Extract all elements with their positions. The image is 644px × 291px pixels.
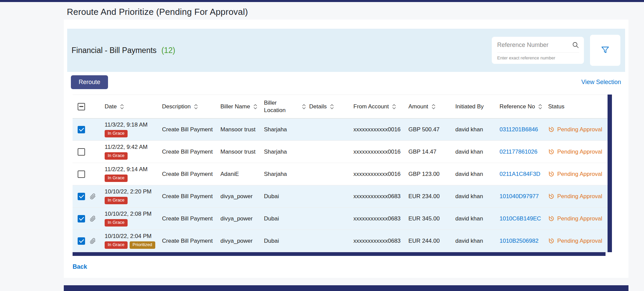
initiated-by-value: david khan — [455, 215, 500, 222]
sort-icon[interactable] — [432, 104, 435, 109]
badge-list: In Grace — [105, 175, 128, 182]
pending-clock-icon — [548, 193, 555, 200]
date-value: 11/2/22, 9:42 AM — [105, 144, 147, 151]
reference-number-link[interactable]: 1010B2506982 — [500, 238, 538, 244]
row-checkbox[interactable] — [78, 148, 85, 156]
row-checkbox[interactable] — [78, 193, 85, 200]
from-account-value: xxxxxxxxxxxx0683 — [353, 238, 408, 244]
column-header-label: Details — [309, 103, 327, 110]
description-value: Create Bill Payment — [162, 126, 220, 133]
sort-icon[interactable] — [253, 104, 257, 109]
top-brand-bar — [0, 0, 644, 2]
biller-name-value: Mansoor trust — [220, 149, 264, 155]
reference-number-link[interactable]: 0211A1C84F3D — [500, 171, 540, 177]
row-checkbox[interactable] — [78, 215, 85, 222]
pending-clock-icon — [548, 238, 555, 244]
reroute-button[interactable]: Reroute — [71, 75, 108, 89]
amount-value: EUR 234.00 — [408, 193, 455, 200]
amount-value: EUR 345.00 — [408, 215, 455, 222]
biller-location-value: Sharjaha — [264, 126, 309, 133]
table-row[interactable]: 11/2/22, 9:14 AM In Grace Create Bill Pa… — [73, 163, 608, 185]
date-value: 10/10/22, 2:20 PM — [105, 188, 152, 195]
column-header-desc[interactable]: Description — [162, 103, 220, 110]
status-value: Pending Approval — [557, 215, 602, 222]
amount-value: EUR 244.00 — [408, 238, 455, 244]
column-header-date[interactable]: Date — [105, 103, 162, 110]
badge-in-grace: In Grace — [105, 152, 128, 159]
column-header-biller[interactable]: Biller Name — [220, 103, 264, 110]
from-account-value: xxxxxxxxxxxx0683 — [353, 193, 408, 200]
initiated-by-value: david khan — [455, 238, 500, 244]
reference-number-input[interactable] — [497, 42, 569, 49]
description-value: Create Bill Payment — [162, 215, 220, 222]
biller-name-value: Mansoor trust — [220, 126, 264, 133]
table-header-row: Date Description Biller Name Biller Loca… — [73, 95, 608, 118]
from-account-value: xxxxxxxxxxxx0016 — [353, 149, 408, 155]
attachment-icon — [90, 193, 96, 200]
biller-location-value: Sharjaha — [264, 171, 309, 178]
reference-number-link[interactable]: 101040D97977 — [500, 193, 539, 200]
view-selection-link[interactable]: View Selection — [581, 79, 621, 86]
table-row[interactable]: 10/10/22, 2:04 PM In GracePrioritized Cr… — [73, 230, 608, 252]
column-header-label: Biller Name — [220, 103, 250, 110]
badge-in-grace: In Grace — [105, 130, 128, 137]
biller-location-value: Dubai — [264, 238, 309, 244]
sort-icon[interactable] — [330, 104, 334, 109]
from-account-value: xxxxxxxxxxxx0016 — [353, 126, 408, 133]
pending-clock-icon — [548, 126, 555, 133]
filter-button[interactable] — [590, 35, 620, 66]
column-header-details[interactable]: Details — [309, 103, 353, 110]
select-all-checkbox[interactable] — [78, 103, 85, 110]
initiated-by-value: david khan — [455, 126, 500, 133]
bottom-brand-bar — [64, 285, 628, 291]
date-value: 11/2/22, 9:14 AM — [105, 166, 147, 173]
initiated-by-value: david khan — [455, 171, 500, 178]
table-row[interactable]: 10/10/22, 2:20 PM In Grace Create Bill P… — [73, 185, 608, 208]
reference-number-link[interactable]: 021177861026 — [500, 149, 537, 155]
reference-number-link[interactable]: 0311201B6846 — [500, 126, 538, 133]
column-header-ref[interactable]: Reference No — [500, 103, 548, 110]
column-header-label: Initiated By — [455, 103, 484, 110]
column-header-amount[interactable]: Amount — [408, 103, 455, 110]
column-header-initiated: Initiated By — [455, 103, 500, 110]
row-checkbox[interactable] — [78, 237, 85, 245]
panel-title-text: Financial - Bill Payments — [72, 46, 157, 55]
date-value: 11/3/22, 9:18 AM — [105, 122, 147, 128]
pending-clock-icon — [548, 171, 555, 177]
description-value: Create Bill Payment — [162, 149, 220, 155]
sort-icon[interactable] — [302, 104, 306, 109]
badge-in-grace: In Grace — [105, 219, 128, 226]
biller-location-value: Dubai — [264, 215, 309, 222]
column-header-loc[interactable]: Biller Location — [264, 99, 309, 114]
back-link[interactable]: Back — [73, 263, 87, 270]
column-header-account[interactable]: From Account — [353, 103, 408, 110]
filter-funnel-icon — [600, 45, 610, 56]
initiated-by-value: david khan — [455, 149, 500, 155]
table-row[interactable]: 11/2/22, 9:42 AM In Grace Create Bill Pa… — [73, 141, 608, 163]
description-value: Create Bill Payment — [162, 171, 220, 178]
panel-actions: Enter exact reference number — [492, 35, 620, 66]
search-icon[interactable] — [572, 41, 579, 49]
horizontal-scrollbar[interactable] — [73, 252, 606, 256]
sort-icon[interactable] — [120, 104, 124, 109]
sort-icon[interactable] — [194, 104, 198, 109]
table-row[interactable]: 10/10/22, 2:08 PM In Grace Create Bill P… — [73, 208, 608, 230]
row-checkbox[interactable] — [78, 170, 85, 178]
reference-number-link[interactable]: 1010C6B149EC — [500, 215, 541, 222]
badge-in-grace: In Grace — [105, 241, 128, 248]
amount-value: GBP 123.00 — [408, 171, 455, 178]
sort-icon[interactable] — [538, 104, 542, 109]
status-value: Pending Approval — [557, 126, 602, 133]
badge-list: In Grace — [105, 152, 128, 159]
sort-icon[interactable] — [392, 104, 396, 109]
description-value: Create Bill Payment — [162, 193, 220, 200]
row-checkbox[interactable] — [78, 126, 85, 133]
reference-search-box: Enter exact reference number — [492, 37, 584, 64]
attachment-icon — [90, 216, 96, 222]
badge-prioritized: Prioritized — [130, 241, 155, 248]
table-row[interactable]: 11/3/22, 9:18 AM In Grace Create Bill Pa… — [73, 118, 608, 141]
summary-panel: Financial - Bill Payments (12) Enter exa… — [67, 29, 625, 72]
search-helper-text: Enter exact reference number — [497, 52, 579, 60]
pending-clock-icon — [548, 149, 555, 155]
vertical-scrollbar[interactable] — [608, 95, 612, 252]
